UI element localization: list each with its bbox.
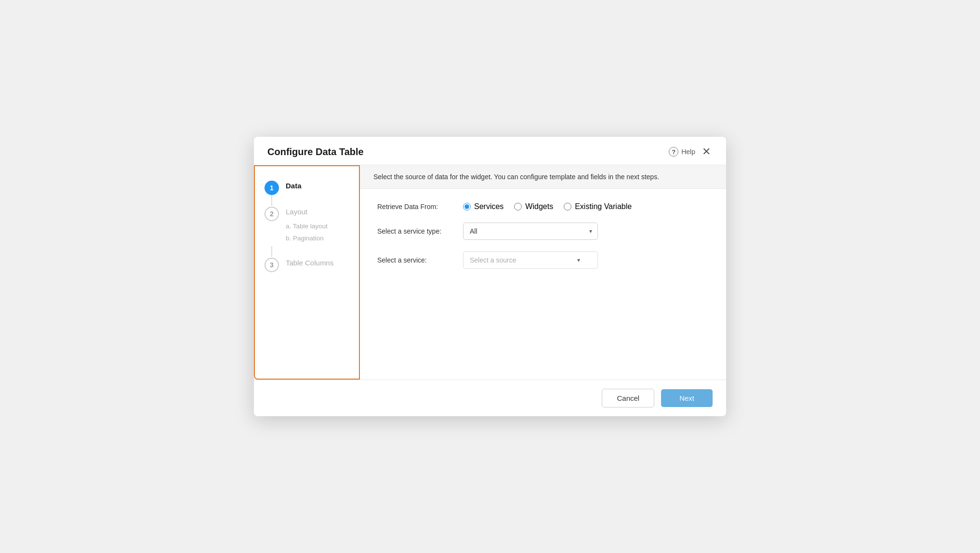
step-2[interactable]: 2 Layout (265, 206, 349, 221)
select-service-row: Select a service: Select a source ▾ (377, 251, 709, 269)
close-button[interactable]: ✕ (700, 145, 713, 158)
sidebar: 1 Data 2 Layout a. Table layout b. Pagin… (254, 165, 360, 380)
step-1-circle: 1 (265, 181, 279, 195)
radio-services-input[interactable] (463, 203, 471, 211)
radio-existing-variable-input[interactable] (564, 203, 571, 211)
service-type-row: Select a service type: All REST SOAP Gra… (377, 223, 709, 240)
step-3[interactable]: 3 Table Columns (265, 257, 349, 272)
retrieve-data-row: Retrieve Data From: Services Widgets (377, 202, 709, 211)
main-content: Select the source of data for the widget… (360, 165, 726, 380)
close-icon: ✕ (702, 145, 711, 158)
step-connector-1 (271, 195, 272, 206)
retrieve-data-label: Retrieve Data From: (377, 203, 454, 211)
form-area: Retrieve Data From: Services Widgets (360, 189, 726, 380)
help-button[interactable]: ? Help (669, 147, 695, 157)
chevron-down-icon-service: ▾ (577, 257, 580, 263)
header-actions: ? Help ✕ (669, 145, 713, 158)
dialog-footer: Cancel Next (254, 380, 726, 416)
select-service-placeholder: Select a source (470, 256, 516, 264)
service-type-label: Select a service type: (377, 227, 454, 235)
dialog-header: Configure Data Table ? Help ✕ (254, 137, 726, 165)
radio-services-label: Services (474, 202, 503, 211)
dialog-title: Configure Data Table (267, 146, 364, 158)
radio-widgets-input[interactable] (514, 203, 522, 211)
step-1-label: Data (286, 180, 302, 190)
configure-data-table-dialog: Configure Data Table ? Help ✕ 1 Data (254, 137, 726, 416)
cancel-button[interactable]: Cancel (602, 389, 654, 408)
radio-group: Services Widgets Existing Variable (463, 202, 632, 211)
sub-step-a: a. Table layout (286, 221, 349, 231)
step-3-label: Table Columns (286, 257, 333, 267)
select-service-label: Select a service: (377, 256, 454, 264)
service-type-select-wrapper: All REST SOAP GraphQL ▾ (463, 223, 598, 240)
radio-existing-variable[interactable]: Existing Variable (564, 202, 632, 211)
service-type-select[interactable]: All REST SOAP GraphQL (463, 223, 598, 240)
dialog-body: 1 Data 2 Layout a. Table layout b. Pagin… (254, 165, 726, 380)
step-1[interactable]: 1 Data (265, 180, 349, 195)
radio-widgets[interactable]: Widgets (514, 202, 553, 211)
next-button[interactable]: Next (661, 389, 713, 407)
step-2-label: Layout (286, 206, 307, 216)
select-service-dropdown[interactable]: Select a source ▾ (463, 251, 598, 269)
sub-steps: a. Table layout b. Pagination (286, 221, 349, 243)
step-3-circle: 3 (265, 258, 279, 272)
help-label: Help (681, 148, 695, 156)
radio-services[interactable]: Services (463, 202, 503, 211)
radio-existing-variable-label: Existing Variable (575, 202, 632, 211)
info-bar: Select the source of data for the widget… (360, 165, 726, 189)
step-2-circle: 2 (265, 207, 279, 221)
radio-widgets-label: Widgets (525, 202, 553, 211)
help-icon: ? (669, 147, 678, 157)
info-text: Select the source of data for the widget… (373, 173, 659, 181)
sub-step-b: b. Pagination (286, 233, 349, 243)
step-connector-2 (271, 246, 272, 257)
